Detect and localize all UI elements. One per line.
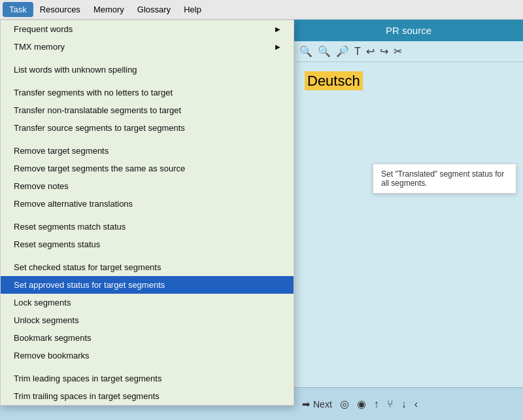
text-content: Deutsch: [294, 62, 523, 387]
menu-item-remove-bookmarks[interactable]: Remove bookmarks: [1, 347, 294, 364]
task-dropdown-menu: Frequent words TMX memory List words wit…: [0, 20, 294, 406]
next-button[interactable]: ➡ Next: [302, 398, 332, 410]
menu-item-transfer-source-to-target[interactable]: Transfer source segments to target segme…: [1, 119, 294, 137]
menu-item-transfer-no-letters[interactable]: Transfer segments with no letters to tar…: [1, 84, 294, 101]
right-panel: PR source 🔍 🔍 🔎 T ↩ ↪ ✂ Deutsch Set "Tra…: [294, 20, 523, 420]
down-arrow-icon[interactable]: ↓: [401, 398, 407, 410]
menu-item-set-approved[interactable]: Set approved status for target segments: [1, 276, 294, 294]
info-box: Set "Translated" segment status for all …: [373, 164, 516, 194]
menu-item-tmx-memory[interactable]: TMX memory: [1, 38, 294, 56]
next-label: Next: [313, 399, 332, 410]
highlighted-text: Deutsch: [305, 71, 363, 90]
pr-source-header: PR source: [294, 20, 523, 41]
menu-item-remove-notes[interactable]: Remove notes: [1, 177, 294, 195]
menu-item-trim-leading[interactable]: Trim leading spaces in target segments: [1, 370, 294, 387]
menu-item-remove-target-same[interactable]: Remove target segments the same as sourc…: [1, 160, 294, 177]
left-panel: Frequent words TMX memory List words wit…: [0, 20, 294, 420]
divider-3: [1, 137, 294, 142]
divider-4: [1, 213, 294, 218]
menu-resources[interactable]: Resources: [33, 2, 87, 17]
menu-item-set-checked[interactable]: Set checked status for target segments: [1, 258, 294, 276]
menu-item-frequent-words[interactable]: Frequent words: [1, 20, 294, 38]
menu-help[interactable]: Help: [177, 2, 208, 17]
undo-icon[interactable]: ↩: [366, 45, 375, 58]
divider-2: [1, 79, 294, 84]
menu-item-unlock-segments[interactable]: Unlock segments: [1, 311, 294, 329]
menu-task[interactable]: Task: [3, 2, 33, 17]
cut-icon[interactable]: ✂: [394, 45, 402, 58]
bottom-toolbar: ➡ Next ◎ ◉ ↑ ⑂ ↓ ‹: [294, 387, 523, 420]
menu-item-bookmark-segments[interactable]: Bookmark segments: [1, 329, 294, 347]
menu-item-lock-segments[interactable]: Lock segments: [1, 294, 294, 311]
menu-item-remove-alt[interactable]: Remove alternative translations: [1, 195, 294, 213]
menu-item-remove-target[interactable]: Remove target segments: [1, 142, 294, 160]
circle-target-icon[interactable]: ◎: [340, 398, 349, 410]
menu-item-reset-status[interactable]: Reset segments status: [1, 236, 294, 253]
circle-dot-icon[interactable]: ◉: [357, 398, 366, 410]
menu-item-trim-trailing[interactable]: Trim trailing spaces in target segments: [1, 387, 294, 405]
menu-item-transfer-non-translatable[interactable]: Transfer non-translatable segments to ta…: [1, 101, 294, 119]
redo-icon[interactable]: ↪: [380, 45, 388, 58]
zoom-in-icon[interactable]: 🔍: [318, 45, 331, 58]
zoom-out-icon[interactable]: 🔎: [336, 45, 349, 58]
menu-glossary[interactable]: Glossary: [131, 2, 177, 17]
menu-item-reset-match-status[interactable]: Reset segments match status: [1, 218, 294, 236]
divider-6: [1, 364, 294, 370]
next-icon: ➡: [302, 398, 311, 410]
binoculars-icon[interactable]: 🔍: [299, 45, 312, 58]
menu-item-list-unknown-spelling[interactable]: List words with unknown spelling: [1, 61, 294, 79]
split-icon[interactable]: ⑂: [387, 398, 394, 410]
menu-memory[interactable]: Memory: [87, 2, 131, 17]
chevron-left-icon[interactable]: ‹: [414, 398, 418, 410]
divider-5: [1, 253, 294, 258]
right-toolbar: 🔍 🔍 🔎 T ↩ ↪ ✂: [294, 41, 523, 62]
menubar: Task Resources Memory Glossary Help: [0, 0, 523, 20]
divider-1: [1, 56, 294, 61]
main-area: Frequent words TMX memory List words wit…: [0, 20, 523, 420]
text-icon[interactable]: T: [354, 46, 361, 58]
up-arrow-icon[interactable]: ↑: [374, 398, 379, 410]
